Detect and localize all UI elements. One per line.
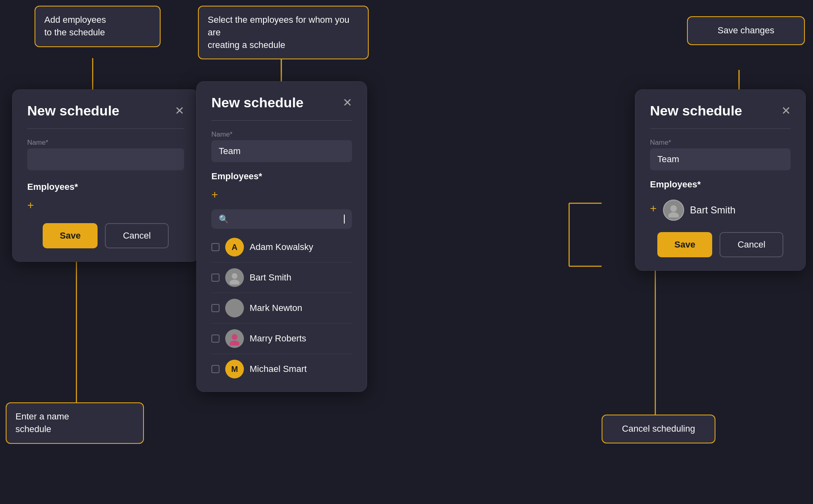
- modal1-close-button[interactable]: ✕: [175, 105, 184, 117]
- modal1-cancel-button[interactable]: Cancel: [105, 223, 168, 248]
- employee-name-marry: Marry Roberts: [250, 333, 306, 344]
- svg-point-18: [230, 280, 239, 285]
- svg-point-24: [668, 212, 679, 217]
- modal2-employee-list: A Adam Kowalsky Bart Smith Mark Newton: [211, 232, 352, 378]
- checkbox-marry[interactable]: [211, 335, 220, 343]
- modal2-name-label: Name*: [211, 130, 352, 139]
- employee-row-marry[interactable]: Marry Roberts: [211, 324, 352, 354]
- modal3-name-label: Name*: [650, 139, 791, 147]
- avatar-marry: [225, 329, 244, 348]
- svg-point-22: [230, 341, 239, 345]
- modal3-add-employees-button[interactable]: +: [650, 202, 656, 215]
- modal1-title: New schedule: [27, 103, 120, 119]
- svg-point-23: [670, 205, 677, 212]
- checkbox-mark[interactable]: [211, 304, 220, 312]
- cursor: [344, 215, 345, 224]
- employee-name-mark: Mark Newton: [250, 303, 302, 313]
- modal3-close-button[interactable]: ✕: [781, 105, 791, 117]
- modal-new-schedule-2: New schedule ✕ Name* Team Employees* + 🔍…: [196, 81, 367, 392]
- modal1-name-input[interactable]: [27, 148, 184, 170]
- modal-new-schedule-1: New schedule ✕ Name* Employees* + Save C…: [12, 89, 199, 262]
- employee-row-bart[interactable]: Bart Smith: [211, 263, 352, 293]
- svg-point-19: [232, 304, 237, 309]
- modal1-add-icon: +: [27, 199, 34, 212]
- modal2-name-value: Team: [219, 146, 241, 156]
- modal3-cancel-button[interactable]: Cancel: [720, 232, 783, 257]
- modal3-add-icon: +: [650, 202, 656, 215]
- modal3-title: New schedule: [650, 103, 742, 119]
- modal2-search-input[interactable]: [233, 215, 340, 224]
- modal2-close-button[interactable]: ✕: [343, 97, 352, 109]
- modal3-employees-label: Employees*: [650, 179, 791, 190]
- svg-point-17: [232, 273, 237, 279]
- avatar-bart: [225, 268, 244, 287]
- modal2-search-icon: 🔍: [219, 214, 229, 224]
- modal2-add-icon: +: [211, 188, 218, 201]
- modal1-name-label: Name*: [27, 139, 184, 147]
- employee-name-bart: Bart Smith: [250, 272, 291, 283]
- modal3-bart-chip: Bart Smith: [663, 200, 735, 221]
- avatar-michael: M: [225, 360, 244, 378]
- employee-row-michael[interactable]: M Michael Smart: [211, 354, 352, 378]
- tooltip-save-changes: Save changes: [687, 16, 805, 45]
- tooltip-enter-name: Enter a name schedule: [6, 402, 144, 444]
- tooltip-select-employees: Select the employees for whom you are cr…: [198, 6, 369, 59]
- employee-name-adam: Adam Kowalsky: [250, 242, 313, 252]
- modal-new-schedule-3: New schedule ✕ Name* Team Employees* + B…: [635, 89, 806, 271]
- avatar-mark: [225, 299, 244, 317]
- svg-point-20: [230, 310, 239, 315]
- avatar-adam: A: [225, 238, 244, 256]
- modal3-name-value: Team: [657, 154, 679, 164]
- modal2-add-employees-button[interactable]: +: [211, 188, 218, 201]
- checkbox-adam[interactable]: [211, 243, 220, 251]
- employee-row-adam[interactable]: A Adam Kowalsky: [211, 232, 352, 263]
- svg-point-21: [232, 334, 237, 340]
- modal3-bart-avatar: [663, 200, 684, 221]
- modal3-bart-name: Bart Smith: [690, 204, 735, 216]
- modal1-add-employees-button[interactable]: +: [27, 199, 34, 212]
- modal3-divider: [650, 128, 791, 129]
- checkbox-bart[interactable]: [211, 274, 220, 282]
- modal1-save-button[interactable]: Save: [43, 223, 98, 248]
- employee-name-michael: Michael Smart: [250, 364, 307, 374]
- modal1-divider: [27, 128, 184, 129]
- tooltip-cancel-scheduling: Cancel scheduling: [602, 415, 715, 443]
- modal2-employees-label: Employees*: [211, 171, 352, 182]
- modal1-employees-label: Employees*: [27, 182, 184, 192]
- checkbox-michael[interactable]: [211, 365, 220, 373]
- tooltip-add-employees: Add employees to the schedule: [35, 6, 161, 47]
- modal2-title: New schedule: [211, 95, 304, 111]
- modal2-search-wrap: 🔍: [211, 209, 352, 229]
- modal3-save-button[interactable]: Save: [657, 232, 712, 257]
- employee-row-mark[interactable]: Mark Newton: [211, 293, 352, 324]
- modal2-divider: [211, 120, 352, 121]
